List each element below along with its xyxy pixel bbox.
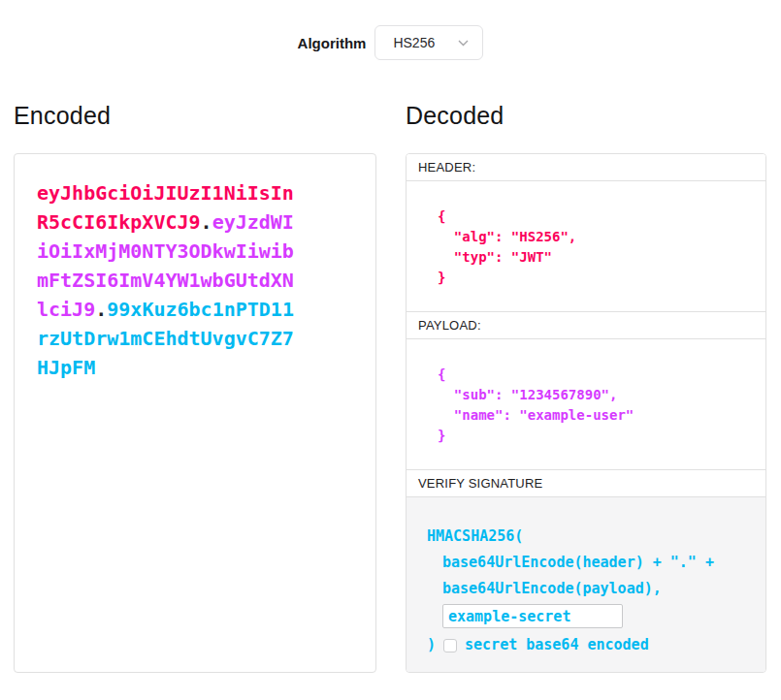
payload-section-label: PAYLOAD: [407, 312, 765, 339]
encoded-column: Encoded eyJhbGciOiJIUzI1NiIsInR5cCI6IkpX… [14, 101, 376, 673]
columns: Encoded eyJhbGciOiJIUzI1NiIsInR5cCI6IkpX… [0, 101, 781, 673]
algorithm-selected-value: HS256 [393, 35, 435, 50]
decoded-title: Decoded [406, 101, 766, 130]
signature-close-row: ) secret base64 encoded [427, 632, 756, 658]
token-separator-dot-1: . [201, 210, 212, 234]
algorithm-label: Algorithm [298, 35, 367, 51]
token-separator-dot-2: . [95, 298, 107, 321]
base64-encoded-label[interactable]: secret base64 encoded [465, 632, 649, 658]
payload-json-editor[interactable]: { "sub": "1234567890", "name": "example-… [407, 339, 765, 470]
secret-input[interactable] [442, 604, 623, 628]
decoded-panel: HEADER: { "alg": "HS256", "typ": "JWT" }… [406, 153, 766, 673]
jwt-debugger-page: Algorithm HS256 Encoded eyJhbGciOiJIUzI1… [0, 0, 781, 700]
decoded-column: Decoded HEADER: { "alg": "HS256", "typ":… [406, 101, 766, 673]
signature-encode-header-line: base64UrlEncode(header) + "." + [427, 550, 756, 576]
algorithm-row: Algorithm HS256 [0, 0, 781, 60]
verify-signature-section-label: VERIFY SIGNATURE [407, 470, 765, 497]
header-json-editor[interactable]: { "alg": "HS256", "typ": "JWT" } [407, 181, 765, 312]
base64-encoded-checkbox[interactable] [443, 639, 457, 652]
chevron-down-icon [458, 40, 469, 47]
algorithm-select[interactable]: HS256 [374, 25, 483, 60]
signature-encode-payload-line: base64UrlEncode(payload), [427, 576, 756, 602]
encoded-token-editor[interactable]: eyJhbGciOiJIUzI1NiIsInR5cCI6IkpXVCJ9.eyJ… [14, 153, 376, 673]
encoded-title: Encoded [14, 101, 376, 130]
encoded-token-text[interactable]: eyJhbGciOiJIUzI1NiIsInR5cCI6IkpXVCJ9.eyJ… [37, 178, 296, 382]
header-section-label: HEADER: [407, 154, 765, 181]
verify-signature-editor: HMACSHA256( base64UrlEncode(header) + ".… [407, 497, 765, 672]
signature-close-paren: ) [427, 632, 436, 658]
signature-hmac-line: HMACSHA256( [427, 524, 756, 550]
